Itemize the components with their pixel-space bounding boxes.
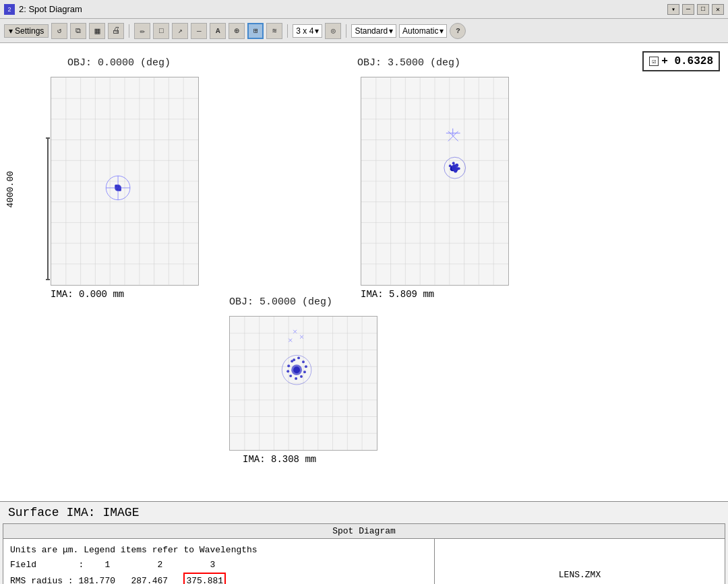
arrow-tool-button[interactable]: ↗ xyxy=(172,23,188,39)
info-table-body: Units are μm. Legend items refer to Wave… xyxy=(3,539,725,584)
rms-highlight: 375.881 xyxy=(183,573,226,584)
scale-indicator: ☑ + 0.6328 xyxy=(642,51,720,71)
line-tool-button[interactable]: — xyxy=(191,23,207,39)
svg-point-84 xyxy=(302,360,305,363)
axis-tick-bottom xyxy=(46,279,50,280)
grid-svg-1 xyxy=(51,77,198,285)
separator-1 xyxy=(129,24,129,38)
axis-tick-top xyxy=(46,137,50,139)
grid-panel-3 xyxy=(229,316,377,451)
svg-point-23 xyxy=(119,189,121,191)
svg-point-24 xyxy=(117,188,119,190)
grid-button[interactable]: ⊞ xyxy=(247,23,264,39)
standard-label: Standard xyxy=(355,26,388,36)
standard-dropdown-icon: ▾ xyxy=(389,26,393,36)
standard-dropdown[interactable]: Standard ▾ xyxy=(351,24,396,38)
svg-point-88 xyxy=(295,377,297,380)
svg-point-91 xyxy=(287,364,290,367)
svg-point-25 xyxy=(118,185,120,187)
grid-size-dropdown-icon: ▾ xyxy=(315,26,319,36)
separator-3 xyxy=(346,24,346,38)
info-right-panel: LENS.ZMX Configuration 1 of 1 xyxy=(435,539,725,584)
obj-label-1: OBJ: 0.0000 (deg) xyxy=(67,57,171,69)
toolbar: ▾ Settings ↺ ⧉ ▦ 🖨 ✏ □ ↗ — A ⊕ ⊞ ≋ 3 x 4… xyxy=(0,19,728,43)
settings-label: Settings xyxy=(15,26,44,36)
ima-label-2: IMA: 5.809 mm xyxy=(361,289,434,300)
print-button[interactable]: 🖨 xyxy=(108,23,124,39)
svg-point-92 xyxy=(291,360,293,362)
scale-checkbox[interactable]: ☑ xyxy=(649,57,659,66)
clock-button[interactable]: ◎ xyxy=(325,23,341,39)
grid-size-dropdown[interactable]: 3 x 4 ▾ xyxy=(293,24,322,38)
panel-label-3: OBJ: 5.0000 (deg) xyxy=(229,296,332,308)
layers-button[interactable]: ≋ xyxy=(266,23,282,39)
svg-point-86 xyxy=(303,370,306,373)
svg-point-85 xyxy=(305,365,307,368)
info-line-3: RMS radius : 181.770 287.467 375.881 xyxy=(10,573,427,584)
svg-point-58 xyxy=(452,164,458,171)
ima-label-3: IMA: 8.308 mm xyxy=(243,454,316,465)
grid-panel-1 xyxy=(51,77,199,286)
text-tool-button[interactable]: A xyxy=(210,23,226,39)
arrow-down-btn[interactable]: ▾ xyxy=(667,4,679,15)
grid-svg-3 xyxy=(230,317,377,450)
svg-point-94 xyxy=(293,366,300,373)
svg-point-87 xyxy=(300,375,303,378)
zoom-button[interactable]: ⊕ xyxy=(229,23,245,39)
main-content: ☑ + 0.6328 OBJ: 0.0000 (deg) 4000.00 xyxy=(0,43,728,501)
ima-label-1: IMA: 0.000 mm xyxy=(51,289,124,300)
pencil-button[interactable]: ✏ xyxy=(134,23,150,39)
automatic-dropdown-icon: ▾ xyxy=(439,26,444,36)
panel-label-2: OBJ: 3.5000 (deg) xyxy=(357,57,460,69)
diagram-area: OBJ: 0.0000 (deg) 4000.00 xyxy=(0,43,728,501)
file-name: LENS.ZMX xyxy=(527,569,632,583)
grid-panel-2 xyxy=(361,77,509,286)
info-line-1: Units are μm. Legend items refer to Wave… xyxy=(10,543,427,558)
window-title: 2: Spot Diagram xyxy=(19,4,82,14)
info-table-header: Spot Diagram xyxy=(3,524,725,539)
obj-label-2: OBJ: 3.5000 (deg) xyxy=(357,57,460,69)
axis-label-1: 4000.00 xyxy=(5,171,16,208)
info-line-2: Field : 1 2 3 xyxy=(10,558,427,573)
automatic-dropdown[interactable]: Automatic ▾ xyxy=(399,24,447,38)
copy-button[interactable]: ⧉ xyxy=(70,23,86,39)
panel-label-1: OBJ: 0.0000 (deg) xyxy=(67,57,171,69)
chevron-down-icon: ▾ xyxy=(9,26,13,36)
title-bar-left: 2 2: Spot Diagram xyxy=(4,4,82,15)
title-bar-controls: ▾ — □ ✕ xyxy=(667,4,724,15)
bottom-area: Surface IMA: IMAGE Spot Diagram Units ar… xyxy=(0,501,728,584)
save-button[interactable]: ▦ xyxy=(89,23,105,39)
minimize-button[interactable]: — xyxy=(682,4,694,15)
surface-title: Surface IMA: IMAGE xyxy=(0,502,728,523)
info-left-panel: Units are μm. Legend items refer to Wave… xyxy=(3,539,435,584)
title-bar: 2 2: Spot Diagram ▾ — □ ✕ xyxy=(0,0,728,19)
automatic-label: Automatic xyxy=(402,26,438,36)
scale-value: + 0.6328 xyxy=(661,55,713,67)
maximize-button[interactable]: □ xyxy=(697,4,709,15)
separator-2 xyxy=(287,24,288,38)
window-icon: 2 xyxy=(4,4,15,15)
settings-button[interactable]: ▾ Settings xyxy=(4,24,49,38)
svg-point-22 xyxy=(115,185,117,187)
grid-size-label: 3 x 4 xyxy=(296,26,313,36)
svg-point-90 xyxy=(286,370,289,372)
help-button[interactable]: ? xyxy=(450,23,466,39)
obj-label-3: OBJ: 5.0000 (deg) xyxy=(229,296,332,308)
close-button[interactable]: ✕ xyxy=(712,4,724,15)
svg-point-83 xyxy=(297,356,300,359)
refresh-button[interactable]: ↺ xyxy=(51,23,67,39)
svg-point-89 xyxy=(289,375,292,377)
grid-svg-2 xyxy=(361,77,508,285)
file-info: LENS.ZMX Configuration 1 of 1 xyxy=(527,569,632,584)
axis-line-1 xyxy=(47,137,49,279)
rect-tool-button[interactable]: □ xyxy=(153,23,169,39)
info-table: Spot Diagram Units are μm. Legend items … xyxy=(3,523,725,584)
svg-point-49 xyxy=(452,162,455,164)
